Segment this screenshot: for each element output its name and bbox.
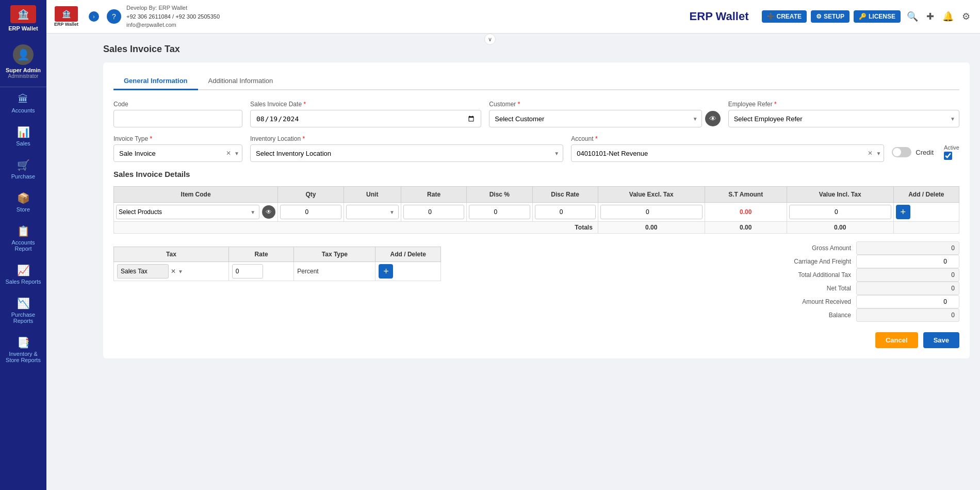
collapse-chevron[interactable]: ∨ <box>484 34 496 45</box>
net-total-label: Net Total <box>779 285 851 292</box>
value-incl-input[interactable]: 0 <box>789 205 891 219</box>
create-button[interactable]: ➕ CREATE <box>762 10 807 23</box>
contact-info: Develop By: ERP Wallet +92 306 2611084 /… <box>126 4 220 29</box>
invoice-type-clear-button[interactable]: ✕ <box>226 150 231 157</box>
develop-by: Develop By: ERP Wallet <box>126 4 220 12</box>
disc-rate-cell: 0 <box>532 203 598 222</box>
sidebar-item-accounts[interactable]: 🏛 Accounts <box>0 87 46 120</box>
settings-button[interactable]: ⚙ <box>960 9 972 24</box>
col-value-excl: Value Excl. Tax <box>598 187 705 203</box>
add-row-button[interactable]: + <box>896 205 910 219</box>
store-icon: 📦 <box>17 192 30 204</box>
tax-type-cell: Percent <box>294 262 375 281</box>
sidebar-item-store[interactable]: 📦 Store <box>0 186 46 219</box>
inventory-location-select[interactable]: Select Inventory Location <box>250 144 563 162</box>
sidebar-label-sales-reports: Sales Reports <box>5 279 41 285</box>
sidebar-item-inventory-store-reports[interactable]: 📑 Inventory & Store Reports <box>0 330 46 369</box>
help-button[interactable]: ? <box>107 9 121 24</box>
expand-sidebar-button[interactable]: › <box>89 11 99 22</box>
license-label: LICENSE <box>869 13 895 20</box>
add-tax-row-button[interactable]: + <box>379 264 393 279</box>
form-row-1: Code Sales Invoice Date * Customer * <box>113 101 959 127</box>
gross-amount-label: Gross Amount <box>779 244 851 252</box>
tab-additional[interactable]: Additional Information <box>198 73 284 90</box>
code-input[interactable] <box>113 110 242 127</box>
col-unit: Unit <box>344 187 401 203</box>
credit-label: Credit <box>916 149 934 156</box>
search-button[interactable]: 🔍 <box>905 9 920 24</box>
account-clear-button[interactable]: ✕ <box>868 150 873 157</box>
employee-refer-select[interactable]: Select Employee Refer <box>728 110 959 127</box>
form-card: General Information Additional Informati… <box>103 62 970 358</box>
credit-toggle[interactable] <box>892 147 911 157</box>
purchase-icon: 🛒 <box>17 159 30 171</box>
tax-name-cell: Sales Tax ✕ ▼ <box>114 262 229 281</box>
totals-st-amount: 0.00 <box>705 222 787 234</box>
col-st-amount: S.T Amount <box>705 187 787 203</box>
active-checkbox[interactable] <box>944 152 952 160</box>
invoice-date-group: Sales Invoice Date * <box>250 101 481 127</box>
col-add-delete: Add / Delete <box>893 187 959 203</box>
disc-percent-cell: 0 <box>467 203 532 222</box>
tax-add-delete-cell: + <box>375 262 441 281</box>
amount-received-input[interactable] <box>856 295 959 308</box>
add-icon-button[interactable]: ✚ <box>924 9 936 24</box>
sidebar-item-purchase-reports[interactable]: 📉 Purchase Reports <box>0 291 46 330</box>
totals-label: Totals <box>575 224 592 231</box>
sidebar-label-purchase-reports: Purchase Reports <box>3 312 44 324</box>
tax-type-value: Percent <box>297 268 318 275</box>
col-qty: Qty <box>278 187 344 203</box>
create-label: CREATE <box>777 13 802 20</box>
customer-select[interactable]: Select Customer <box>489 110 701 127</box>
employee-refer-group: Employee Refer * Select Employee Refer ▼ <box>728 101 959 127</box>
balance-row: Balance 0 <box>779 308 959 322</box>
tax-clear-button[interactable]: ✕ <box>171 268 176 275</box>
setup-button[interactable]: ⚙ SETUP <box>811 10 850 23</box>
main-content: Sales Invoice Tax General Information Ad… <box>93 34 980 490</box>
invoice-type-label: Invoice Type * <box>113 135 242 142</box>
tax-rate-input[interactable]: 0 <box>232 264 263 279</box>
sidebar-logo-icon: 🏦 <box>10 5 36 23</box>
form-row-2: Invoice Type * Sale Invoice ✕ ▼ Inventor… <box>113 135 959 162</box>
sidebar-item-accounts-report[interactable]: 📋 Accounts Report <box>0 219 46 258</box>
sidebar-item-sales[interactable]: 📊 Sales <box>0 120 46 153</box>
sales-icon: 📊 <box>17 126 30 138</box>
sidebar-item-sales-reports[interactable]: 📈 Sales Reports <box>0 258 46 291</box>
notification-button[interactable]: 🔔 <box>940 9 956 24</box>
balance-value: 0 <box>856 308 959 322</box>
sidebar-item-purchase[interactable]: 🛒 Purchase <box>0 153 46 186</box>
table-row: Select Products ▼ 👁 0 <box>114 203 959 222</box>
invoice-type-select[interactable]: Sale Invoice <box>113 144 242 162</box>
inventory-location-group: Inventory Location * Select Inventory Lo… <box>250 135 563 162</box>
invoice-type-group: Invoice Type * Sale Invoice ✕ ▼ <box>113 135 242 162</box>
disc-percent-input[interactable]: 0 <box>469 205 530 219</box>
account-select[interactable]: 04010101-Net Revenue <box>571 144 884 162</box>
details-table: Item Code Qty Unit Rate Disc % Disc Rate… <box>113 186 959 234</box>
product-eye-button[interactable]: 👁 <box>262 205 275 219</box>
tab-general[interactable]: General Information <box>113 73 198 90</box>
product-select[interactable]: Select Products <box>116 205 259 219</box>
brand-title: ERP Wallet <box>690 10 749 23</box>
tax-name-select[interactable]: Sales Tax <box>117 264 169 279</box>
save-button[interactable]: Save <box>923 332 959 348</box>
disc-rate-input[interactable]: 0 <box>535 205 596 219</box>
rate-input[interactable]: 0 <box>403 205 464 219</box>
active-label: Active <box>944 144 959 151</box>
totals-value-excl: 0.00 <box>598 222 705 234</box>
unit-select[interactable] <box>346 205 399 219</box>
carriage-input[interactable] <box>856 255 959 268</box>
customer-eye-button[interactable]: 👁 <box>705 111 721 126</box>
license-button[interactable]: 🔑 LICENSE <box>854 10 901 23</box>
cancel-button[interactable]: Cancel <box>875 332 918 348</box>
invoice-date-input[interactable] <box>250 110 481 127</box>
value-excl-input[interactable]: 0 <box>600 205 703 219</box>
topbar: 🏦 ERP Wallet › ? Develop By: ERP Wallet … <box>46 0 980 34</box>
tax-col-rate: Rate <box>228 247 294 262</box>
qty-input[interactable]: 0 <box>280 205 341 219</box>
tax-table: Tax Rate Tax Type Add / Delete Sales Ta <box>113 247 441 281</box>
topbar-logo: 🏦 ERP Wallet <box>54 6 78 27</box>
totals-value-incl: 0.00 <box>787 222 893 234</box>
tax-summary-section: Tax Rate Tax Type Add / Delete Sales Ta <box>113 241 959 322</box>
account-label: Account * <box>571 135 884 142</box>
unit-cell: ▼ <box>344 203 401 222</box>
